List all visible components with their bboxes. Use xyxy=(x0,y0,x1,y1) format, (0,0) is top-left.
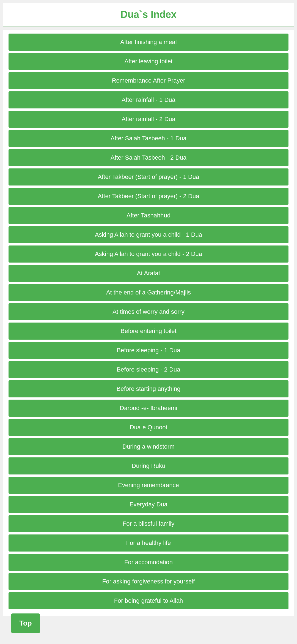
dua-list-item[interactable]: Before starting anything xyxy=(9,380,288,397)
dua-list-item[interactable]: Before sleeping - 2 Dua xyxy=(9,361,288,378)
page-header: Dua`s Index xyxy=(3,3,294,26)
dua-list-item[interactable]: For being grateful to Allah xyxy=(9,592,288,609)
dua-list-item[interactable]: For accomodation xyxy=(9,554,288,571)
dua-list-item[interactable]: After rainfall - 1 Dua xyxy=(9,91,288,108)
dua-list-item[interactable]: Before sleeping - 1 Dua xyxy=(9,342,288,359)
dua-list-item[interactable]: After rainfall - 2 Dua xyxy=(9,111,288,128)
dua-list-item[interactable]: At times of worry and sorry xyxy=(9,303,288,320)
dua-list-item[interactable]: At Arafat xyxy=(9,265,288,282)
dua-list-container: After finishing a mealAfter leaving toil… xyxy=(3,29,294,616)
dua-list-item[interactable]: After Takbeer (Start of prayer) - 1 Dua xyxy=(9,168,288,185)
dua-list-item[interactable]: Evening remembrance xyxy=(9,477,288,494)
dua-list-item[interactable]: After finishing a meal xyxy=(9,34,288,51)
dua-list-item[interactable]: For a blissful family xyxy=(9,515,288,532)
dua-list-item[interactable]: Everyday Dua xyxy=(9,496,288,513)
dua-list-item[interactable]: Remembrance After Prayer xyxy=(9,72,288,89)
dua-list-item[interactable]: After Takbeer (Start of prayer) - 2 Dua xyxy=(9,188,288,205)
dua-list-item[interactable]: After Tashahhud xyxy=(9,207,288,224)
dua-list-item[interactable]: For a healthy life xyxy=(9,534,288,552)
dua-list-item[interactable]: Asking Allah to grant you a child - 2 Du… xyxy=(9,245,288,263)
dua-list-item[interactable]: Asking Allah to grant you a child - 1 Du… xyxy=(9,226,288,243)
dua-list-item[interactable]: For asking forgiveness for yourself xyxy=(9,573,288,590)
dua-list-item[interactable]: After leaving toilet xyxy=(9,53,288,70)
dua-list-item[interactable]: Before entering toilet xyxy=(9,323,288,340)
page-title: Dua`s Index xyxy=(120,9,177,20)
top-button[interactable]: Top xyxy=(11,613,40,619)
dua-list-item[interactable]: After Salah Tasbeeh - 2 Dua xyxy=(9,149,288,166)
dua-list-item[interactable]: Dua e Qunoot xyxy=(9,419,288,436)
dua-list-item[interactable]: During Ruku xyxy=(9,457,288,474)
dua-list-item[interactable]: At the end of a Gathering/Majlis xyxy=(9,284,288,301)
dua-list-item[interactable]: Darood -e- Ibraheemi xyxy=(9,400,288,417)
dua-list-item[interactable]: After Salah Tasbeeh - 1 Dua xyxy=(9,130,288,147)
dua-list-item[interactable]: During a windstorm xyxy=(9,438,288,455)
